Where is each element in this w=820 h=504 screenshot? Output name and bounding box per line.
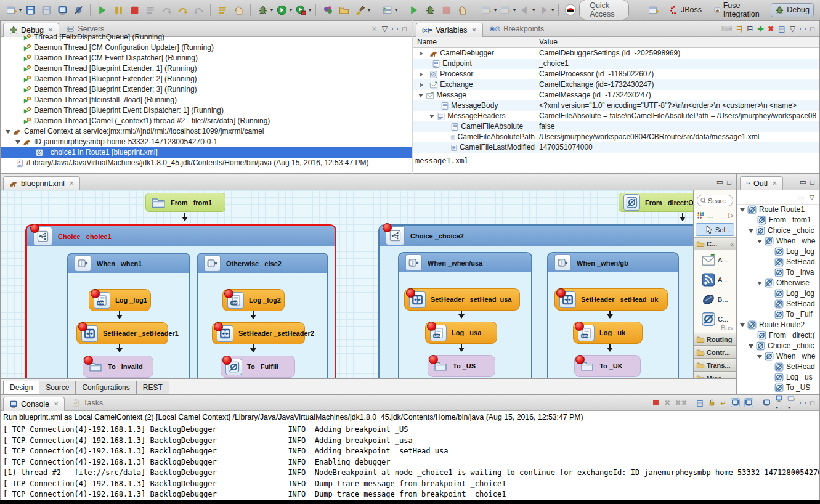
close-icon[interactable]: ✕ [69, 180, 74, 187]
perspective-jboss[interactable]: JBoss [665, 4, 705, 17]
outline-item[interactable]: From _from1 [737, 215, 819, 226]
expander-icon[interactable] [420, 51, 426, 56]
outline-item[interactable]: Log _log [737, 288, 819, 299]
debug-tree-item-selected-breakpoint[interactable]: _choice1 in Route1 [blueprint.xml] [1, 147, 412, 158]
debug-tree-item[interactable]: Daemon Thread [CM Configuration Updater]… [1, 43, 412, 53]
variable-row[interactable]: CamelFileAbsolutePath/Users/jmurphey/wor… [413, 132, 819, 142]
diagram-container-choice1[interactable]: Choice _choice1 When _when1 Log _log1 Se… [25, 224, 336, 378]
word-wrap-icon[interactable]: ↵ [720, 399, 726, 407]
expander-icon[interactable] [418, 94, 423, 100]
column-value[interactable]: Value [535, 37, 558, 47]
show-instructions-button[interactable] [215, 2, 230, 17]
debug-tree-item-camel-context[interactable]: Camel Context at service:jmx:rmi:///jndi… [1, 126, 412, 137]
debug-button[interactable] [255, 2, 270, 17]
diagram-container-when1[interactable]: When _when1 Log _log1 SetHeader _setHead… [67, 253, 190, 378]
openshift-brush-button[interactable] [352, 2, 367, 17]
debug-tree-item[interactable]: Daemon Thread [Blueprint Extender: 2] (R… [1, 74, 412, 84]
diagram-container-when-usa[interactable]: When _when/usa SetHeader _setHead_usa Lo… [398, 252, 532, 378]
outline-item[interactable]: SetHead [737, 257, 819, 267]
run-button[interactable] [274, 2, 289, 17]
variable-detail-pane[interactable]: message1.xml [413, 153, 819, 173]
debug-tree-item[interactable]: Daemon Thread [fileinstall-./load] (Runn… [1, 95, 412, 105]
outline-item[interactable]: SetHead [737, 362, 819, 372]
minimize-icon[interactable]: ▭ [800, 399, 806, 407]
minimize-icon[interactable]: ▭ [800, 25, 806, 33]
palette-drawer-control-flow[interactable]: Contr... [694, 346, 736, 359]
diagram-node-setheader-uk[interactable]: SetHeader _setHead_uk [554, 288, 668, 311]
close-icon[interactable]: ✕ [471, 26, 476, 33]
collapse-all-icon[interactable]: ⊟ [747, 25, 753, 33]
variable-row[interactable]: ExchangeCamelExchange (id=-1732430247) [413, 79, 819, 90]
debug-tree-item[interactable]: Daemon Thread [Blueprint Extender: 3] (R… [1, 84, 412, 95]
outline-item[interactable]: Log _log [737, 246, 819, 257]
tab-rest[interactable]: REST [136, 381, 169, 394]
tab-configurations[interactable]: Configurations [75, 381, 136, 394]
start-server-button[interactable] [407, 2, 421, 17]
debug-tree-item[interactable]: Thread [FelixDispatchQueue] (Running) [1, 32, 412, 43]
tab-tasks[interactable]: Tasks [66, 396, 108, 409]
new-console-dropdown[interactable]: ▾ [787, 394, 795, 411]
variable-row[interactable]: CamelDebuggerCamelDebuggerSettings (id=-… [413, 48, 819, 59]
expander-icon[interactable] [429, 115, 434, 121]
view-menu-icon[interactable]: ▽ [790, 25, 795, 33]
variable-row[interactable]: MessageCamelMessage (id=-1732430247) [413, 90, 819, 100]
outline-item[interactable]: From _direct:( [737, 330, 819, 341]
debug-server-button[interactable] [423, 2, 437, 17]
diagram-node-setheader-usa[interactable]: SetHeader _setHead_usa [404, 288, 520, 311]
expander-icon[interactable] [420, 83, 426, 87]
maximize-icon[interactable]: □ [727, 179, 731, 186]
palette-item-bean[interactable]: B... [694, 290, 736, 309]
palette-drawer-transformation[interactable]: Trans... [694, 359, 736, 372]
show-console-on-error-icon[interactable] [744, 398, 753, 407]
outline-item[interactable]: When _whe [737, 351, 819, 362]
red-hat-icon[interactable] [563, 2, 578, 17]
terminate-button[interactable] [127, 2, 142, 17]
variable-row[interactable]: Endpoint_choice1 [413, 59, 819, 69]
diagram-container-otherwise[interactable]: Otherwise _else2 Log _log2 SetHeader _se… [197, 253, 328, 378]
outline-item[interactable]: Route Route1 [737, 205, 819, 215]
scroll-lock-icon[interactable] [708, 399, 716, 407]
dropdown-arrow-icon[interactable]: ▾ [309, 7, 311, 13]
tab-variables[interactable]: (x)=Variables✕ [416, 23, 483, 37]
publish-server-button[interactable] [455, 2, 469, 17]
tab-source[interactable]: Source [39, 381, 76, 394]
maximize-icon[interactable]: □ [810, 179, 814, 186]
debug-tree-item[interactable]: Daemon Thread [Blueprint Event Dispatche… [1, 105, 412, 116]
diagram-node-log-usa[interactable]: Log _usa [425, 322, 497, 344]
diagram-container-choice2[interactable]: Choice _choice2 When _when/usa SetHeader… [378, 224, 693, 378]
dropdown-arrow-icon[interactable]: ▾ [368, 7, 370, 13]
diagram-node-setheader1[interactable]: SetHeader _setHeader1 [76, 322, 168, 344]
minimize-icon[interactable]: ▭ [716, 178, 723, 186]
diagram-node-log2[interactable]: Log _log2 [222, 289, 285, 311]
diagram-node-to-uk[interactable]: To _UK [574, 355, 641, 377]
dropdown-arrow-icon[interactable]: ▾ [290, 7, 292, 13]
outline-item[interactable]: Choice _choic [737, 226, 819, 236]
variable-row[interactable]: CamelFileAbsolutefalse [413, 121, 819, 132]
skip-all-breakpoints-button[interactable] [71, 2, 86, 17]
debug-tree-item-jvm[interactable]: /Library/Java/JavaVirtualMachines/jdk1.8… [1, 158, 412, 168]
expand-arrow-icon[interactable]: ▷ [729, 211, 734, 219]
diagram-node-to-invalid[interactable]: To _Invalid [83, 356, 153, 378]
display-console-dropdown[interactable]: ▾ [775, 394, 783, 411]
variable-row[interactable]: CamelFileLastModified1470351074000 [413, 142, 819, 153]
outline-item[interactable]: To _Inva [737, 267, 819, 278]
view-menu-icon[interactable]: ▽ [810, 193, 814, 201]
outline-item[interactable]: Choice _choic [737, 341, 819, 351]
show-logical-structure-icon[interactable]: ⇶ [736, 25, 742, 33]
open-terminal-button[interactable] [55, 2, 70, 17]
diagram-node-from-direct-order[interactable]: From _direct:Order [619, 193, 693, 212]
column-name[interactable]: Name [413, 37, 535, 47]
perspective-fuse-integration[interactable]: Fuse Integration [710, 0, 766, 20]
expander-icon[interactable] [749, 229, 753, 235]
minimize-icon[interactable]: ▭ [392, 25, 398, 33]
diagram-node-to-us[interactable]: To _US [428, 355, 495, 377]
dropdown-arrow-icon[interactable]: ▾ [270, 7, 273, 13]
quick-access-button[interactable]: Quick Access [579, 0, 629, 20]
expander-icon[interactable] [740, 208, 745, 214]
step-over-button[interactable] [175, 2, 190, 17]
open-perspective-button[interactable] [646, 2, 660, 17]
diagram-node-log-uk[interactable]: Log _uk [573, 322, 643, 344]
clear-console-icon[interactable]: ▤ [697, 399, 704, 407]
use-step-filters-button[interactable] [231, 2, 246, 17]
diagram-node-from-from1[interactable]: From _from1 [145, 193, 225, 212]
